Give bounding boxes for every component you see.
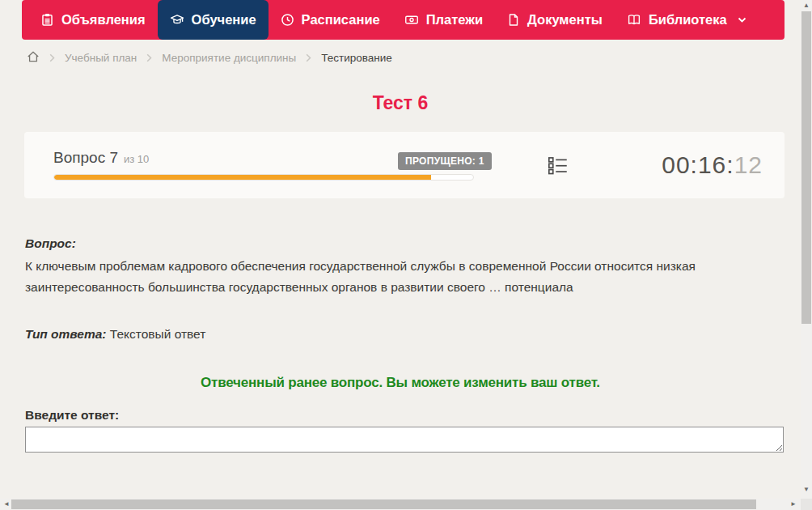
question-number: Вопрос 7	[53, 149, 118, 167]
quiz-status-panel: Вопрос 7 из 10 ПРОПУЩЕНО: 1 00:16:12	[24, 132, 785, 198]
document-icon	[507, 13, 520, 27]
answer-type-value: Текстовый ответ	[110, 327, 205, 341]
vertical-scrollbar[interactable]: ▲ ▼	[801, 0, 812, 499]
nav-item-learning[interactable]: Обучение	[158, 0, 269, 40]
answer-type-row: Тип ответа: Текстовый ответ	[25, 327, 205, 342]
clock-icon	[281, 13, 294, 27]
breadcrumb-separator-icon	[306, 53, 311, 62]
chevron-down-icon	[738, 17, 746, 23]
nav-label: Объявления	[61, 12, 146, 28]
answer-type-label: Тип ответа:	[25, 327, 107, 341]
scroll-up-arrow-icon[interactable]: ▲	[801, 2, 812, 9]
scroll-left-arrow-icon[interactable]: ◄	[1, 501, 12, 508]
skipped-badge: ПРОПУЩЕНО: 1	[398, 152, 492, 170]
answer-input[interactable]	[25, 427, 784, 453]
nav-item-library[interactable]: Библиотека	[615, 0, 759, 40]
main-navbar: Объявления Обучение Расписание	[22, 0, 785, 40]
breadcrumb-separator-icon	[49, 53, 55, 62]
page-content: Объявления Обучение Расписание	[0, 0, 801, 499]
answer-input-label: Введите ответ:	[25, 408, 119, 423]
question-counter: Вопрос 7 из 10	[53, 149, 149, 167]
home-icon[interactable]	[27, 50, 40, 66]
question-total: из 10	[124, 153, 149, 165]
breadcrumb-link-curriculum[interactable]: Учебный план	[65, 52, 137, 64]
breadcrumb-link-discipline-event[interactable]: Мероприятие дисциплины	[162, 52, 296, 64]
nav-item-documents[interactable]: Документы	[495, 0, 615, 40]
nav-label: Библиотека	[649, 12, 727, 28]
scrollbar-corner	[801, 499, 812, 510]
clipboard-icon	[40, 13, 54, 27]
nav-label: Обучение	[192, 12, 256, 28]
question-text: К ключевым проблемам кадрового обеспечен…	[25, 256, 783, 298]
timer-seconds: 12	[734, 151, 763, 178]
nav-label: Документы	[527, 12, 603, 28]
vertical-scrollbar-thumb[interactable]	[801, 11, 811, 324]
breadcrumb: Учебный план Мероприятие дисциплины Тест…	[27, 50, 392, 66]
timer: 00:16:12	[662, 151, 763, 179]
breadcrumb-current-testing: Тестирование	[321, 52, 392, 64]
horizontal-scrollbar[interactable]: ◄ ►	[0, 499, 801, 510]
scroll-right-arrow-icon[interactable]: ►	[788, 501, 799, 508]
graduation-cap-icon	[170, 13, 184, 27]
nav-item-schedule[interactable]: Расписание	[269, 0, 392, 40]
nav-item-payments[interactable]: Платежи	[392, 0, 495, 40]
progress-bar	[53, 174, 474, 181]
nav-item-announcements[interactable]: Объявления	[28, 0, 158, 40]
question-list-icon[interactable]	[547, 155, 569, 180]
open-book-icon	[627, 13, 641, 27]
breadcrumb-separator-icon	[146, 53, 152, 62]
timer-main: 00:16:	[662, 151, 734, 178]
progress-bar-fill	[54, 175, 431, 180]
answered-earlier-note: Отвеченный ранее вопрос. Вы можете измен…	[0, 375, 801, 391]
page-title: Тест 6	[0, 92, 801, 114]
horizontal-scrollbar-thumb[interactable]	[11, 499, 756, 509]
nav-label: Расписание	[302, 12, 380, 28]
banknote-icon	[404, 13, 419, 27]
nav-label: Платежи	[426, 12, 483, 28]
scroll-down-arrow-icon[interactable]: ▼	[801, 487, 812, 493]
question-heading: Вопрос:	[25, 236, 76, 251]
